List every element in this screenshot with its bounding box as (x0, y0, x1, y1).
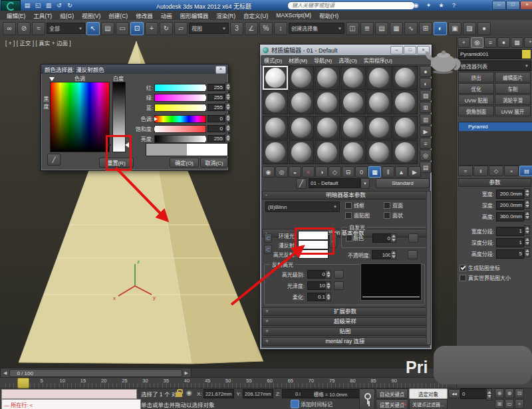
modifier-button[interactable]: UVW 展开 (495, 106, 531, 116)
object-color-swatch[interactable] (521, 49, 531, 59)
open-file-icon[interactable]: ◱ (33, 1, 43, 9)
param-value[interactable]: 1 (496, 227, 524, 236)
self-illum-color-checkbox[interactable] (346, 235, 352, 241)
save-icon[interactable]: ▥ (44, 1, 53, 9)
shader-type-dropdown[interactable]: (B)Blinn▼ (265, 202, 340, 212)
slider-spinner[interactable] (225, 92, 231, 101)
parameters-rollout-header[interactable]: 参数 (458, 178, 531, 187)
slider-spinner[interactable] (225, 124, 231, 132)
menu-item[interactable]: 帮助(H) (315, 11, 342, 19)
material-slot[interactable] (366, 140, 392, 164)
put-material-to-scene-icon[interactable]: ◎ (275, 166, 288, 178)
param-checkbox[interactable]: 真实世界贴图大小 (460, 273, 511, 283)
me-menu-item[interactable]: 材质(M) (285, 57, 311, 64)
select-object-icon[interactable]: ↖ (86, 22, 100, 35)
slider-value[interactable]: 255 (207, 104, 225, 111)
me-scrollbar[interactable] (426, 191, 431, 345)
window-crossing-icon[interactable]: ⊡ (130, 22, 144, 35)
material-slot[interactable] (315, 140, 340, 164)
zoom-extents-all-icon[interactable]: ⊞ (495, 399, 504, 409)
pin-stack-icon[interactable]: ≈ (458, 166, 473, 176)
opacity-spinner[interactable] (390, 250, 396, 259)
me-menu-item[interactable]: 模式(D) (261, 57, 285, 64)
soften-value[interactable]: 0.1 (307, 293, 327, 301)
modifier-button[interactable]: 车削 (495, 83, 531, 94)
maximize-button[interactable]: □ (506, 1, 520, 10)
material-editor-titlebar[interactable]: 材质编辑器 - 01 - Default – □ × (260, 45, 432, 55)
angle-snap-icon[interactable]: ∠ (245, 22, 258, 35)
material-type-button[interactable]: Standard (376, 178, 430, 188)
specular-level-spinner[interactable] (325, 270, 331, 279)
select-by-material-icon[interactable]: ◎ (420, 150, 432, 161)
close-button[interactable]: × (520, 1, 532, 10)
rollout-header[interactable]: +扩展参数 (262, 307, 428, 316)
time-slider[interactable] (17, 378, 29, 388)
undo-icon[interactable]: ↺ (55, 1, 64, 9)
material-slot[interactable] (392, 66, 418, 90)
material-slot[interactable] (392, 90, 418, 114)
percent-snap-icon[interactable]: % (259, 22, 273, 35)
slider-track[interactable] (154, 135, 206, 143)
search-input[interactable] (287, 1, 415, 10)
communication-center-icon[interactable]: ✦ (424, 1, 434, 9)
menu-item[interactable]: 工具(T) (29, 11, 56, 19)
eyedropper-icon[interactable]: ╱ (47, 154, 61, 166)
param-value[interactable]: 1 (496, 238, 524, 247)
maxscript-mini-listener[interactable] (1, 389, 137, 399)
slider-track[interactable] (154, 104, 206, 112)
selection-region-icon[interactable]: ▭ (116, 22, 129, 35)
rollout-header[interactable]: +mental ray 连接 (262, 337, 428, 346)
coord-value[interactable]: 206.127mm (243, 389, 273, 398)
auto-key-button[interactable]: 自动关键点 (376, 388, 408, 399)
shader-checkbox[interactable]: 面状 (384, 210, 422, 220)
me-minimize-button[interactable]: – (390, 46, 403, 55)
get-material-icon[interactable]: ◉ (262, 166, 275, 178)
make-unique-icon[interactable]: ◇ (329, 166, 341, 178)
material-slot[interactable] (289, 90, 314, 114)
param-spinner[interactable] (524, 248, 530, 257)
material-name-dropdown-arrow-icon[interactable]: ▼ (360, 178, 370, 189)
add-time-tag[interactable]: 添加时间标记 (301, 400, 332, 408)
sample-tiling-icon[interactable]: ⊞ (420, 102, 432, 113)
render-setup-icon[interactable]: ▣ (448, 22, 462, 35)
transform-gizmo-icon[interactable]: ◉ (186, 389, 192, 396)
track-next-icon[interactable]: ▶ (182, 370, 191, 376)
material-slot[interactable] (315, 66, 340, 90)
modifier-button[interactable]: 优化 (458, 83, 494, 94)
unlink-selection-icon[interactable]: ⊘ (17, 22, 31, 35)
render-production-icon[interactable]: ● (477, 22, 491, 35)
param-spinner[interactable] (524, 188, 530, 198)
show-end-result-stack-icon[interactable]: ‖ (473, 166, 488, 176)
material-slot[interactable] (289, 116, 314, 140)
menu-item[interactable]: 动画 (157, 11, 176, 19)
slider-spinner[interactable] (225, 102, 231, 111)
menu-item[interactable]: 渲染(R) (212, 11, 239, 19)
modifier-button[interactable]: 涡轮平滑 (495, 94, 531, 105)
me-menu-item[interactable]: 导航(N) (311, 57, 335, 64)
glossiness-value[interactable]: 10 (307, 281, 327, 290)
material-slot[interactable] (263, 66, 288, 90)
object-name-field[interactable]: Pyramid001 (458, 49, 523, 59)
param-value[interactable]: 200.0mm (496, 201, 524, 210)
snap-toggle-3d-icon[interactable]: 3 (230, 22, 243, 35)
tab-utilities[interactable]: * (524, 37, 532, 48)
remove-modifier-icon[interactable]: × (504, 166, 519, 176)
select-and-rotate-icon[interactable]: ↻ (160, 22, 173, 35)
backlight-icon[interactable]: ◐ (420, 78, 432, 89)
selection-filter-combo[interactable]: 选定对象 (409, 388, 448, 399)
material-slot[interactable] (263, 140, 288, 164)
go-forward-to-sibling-icon[interactable]: ▶ (408, 166, 421, 178)
select-and-link-icon[interactable]: ∞ (3, 22, 16, 35)
tab-modify[interactable]: ◎ (471, 37, 483, 48)
menu-item[interactable]: 视图(V) (78, 11, 104, 19)
menu-item[interactable]: 编辑(E) (3, 11, 29, 19)
material-slot[interactable] (366, 66, 392, 90)
make-material-copy-icon[interactable]: ◑ (315, 166, 328, 178)
material-slot[interactable] (340, 66, 366, 90)
graphite-ribbon-icon[interactable]: ▦ (390, 22, 403, 35)
me-menu-item[interactable]: 选项(O) (335, 57, 360, 64)
put-to-library-icon[interactable]: ⊟ (342, 166, 354, 178)
frame-spinner[interactable] (486, 388, 492, 400)
generate-preview-icon[interactable]: ▶ (420, 126, 432, 137)
self-illum-value[interactable]: 0 (372, 233, 392, 243)
